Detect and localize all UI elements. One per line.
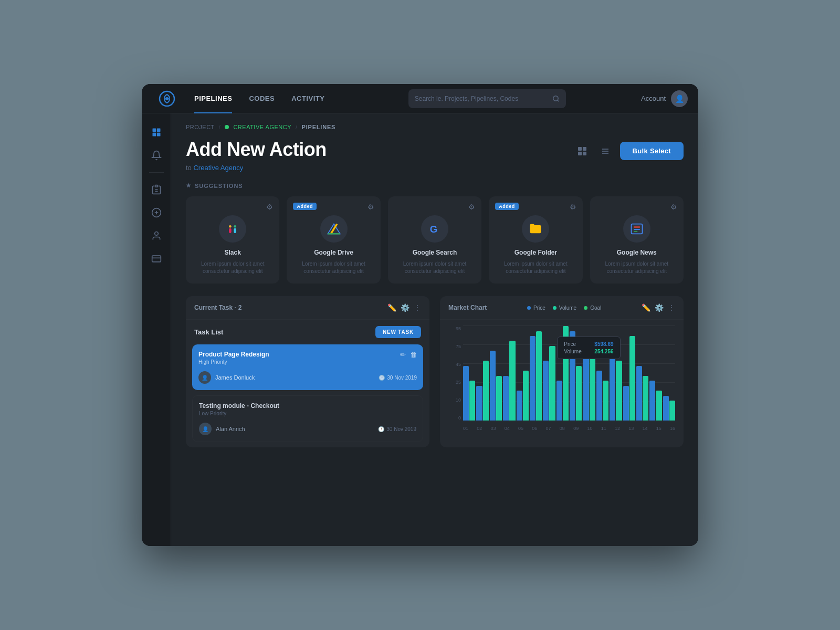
bar-group-0	[463, 326, 475, 421]
bar-price-14	[649, 381, 655, 421]
task-item-task-1[interactable]: Product Page Redesign High Priority ✏🗑 👤…	[192, 344, 423, 390]
bar-volume-10	[603, 381, 608, 421]
task-more-icon[interactable]: ⋮	[414, 303, 421, 312]
x-axis-label: 15	[656, 426, 662, 431]
sidebar-item-card[interactable]	[146, 248, 167, 269]
grid-view-btn[interactable]	[574, 143, 591, 160]
chart-x-axis: 01020304050607080910111213141516	[463, 426, 675, 431]
sidebar-item-clipboard[interactable]	[146, 179, 167, 200]
breadcrumb-sep2: /	[296, 124, 298, 130]
card-name-google-search: Google Search	[396, 249, 473, 256]
card-icon-google-search: G	[421, 215, 448, 243]
action-card-google-search[interactable]: ⚙ G Google Search Lorem ipsum dolor sit …	[388, 196, 481, 284]
account-area[interactable]: Account 👤	[641, 90, 688, 107]
task-settings-icon[interactable]: ⚙️	[401, 303, 410, 312]
user-avatar-task-2: 👤	[199, 423, 212, 435]
bar-group-6	[543, 326, 555, 421]
page-title: Add New Action	[186, 139, 327, 161]
card-badge-google-folder: Added	[495, 203, 519, 210]
chart-more-icon[interactable]: ⋮	[668, 303, 675, 312]
bar-group-3	[503, 326, 515, 421]
task-item-task-2[interactable]: Testing module - Checkout Low Priority 👤…	[192, 395, 423, 442]
task-footer-task-2: 👤 Alan Anrich 🕐 30 Nov 2019	[193, 419, 423, 442]
card-badge-google-drive: Added	[293, 203, 317, 210]
sidebar-item-notifications[interactable]	[146, 145, 167, 166]
bar-volume-8	[576, 366, 582, 421]
legend-price: Price	[527, 305, 545, 311]
action-card-google-news[interactable]: ⚙ Google News Lorem ipsum dolor sit amet…	[590, 196, 684, 284]
chart-settings-icon[interactable]: ⚙️	[655, 303, 664, 312]
sidebar-item-user[interactable]	[146, 225, 167, 246]
bulk-select-button[interactable]: Bulk Select	[620, 142, 684, 160]
new-task-button[interactable]: NEW TASK	[375, 326, 421, 338]
card-gear-google-search[interactable]: ⚙	[468, 203, 475, 211]
x-axis-label: 16	[670, 426, 675, 431]
legend-volume: Volume	[553, 305, 576, 311]
task-user-task-1: 👤 James Donluck	[198, 371, 255, 384]
user-name-task-1: James Donluck	[215, 374, 255, 381]
search-icon	[552, 95, 560, 102]
bar-volume-2	[496, 376, 502, 421]
svg-rect-14	[583, 152, 586, 155]
agency-link[interactable]: Creative Agency	[193, 164, 243, 172]
bar-volume-6	[549, 346, 555, 421]
task-title-task-1: Product Page Redesign	[198, 351, 269, 358]
x-axis-label: 05	[518, 426, 523, 431]
nav-activity[interactable]: ACTIVITY	[283, 84, 333, 113]
x-axis-label: 01	[463, 426, 468, 431]
task-edit-icon[interactable]: ✏️	[387, 303, 396, 312]
legend-goal: Goal	[584, 305, 601, 311]
tooltip-volume-value: 254,256	[594, 349, 613, 354]
nav-codes[interactable]: CODES	[240, 84, 283, 113]
y-axis-label: 75	[448, 344, 461, 349]
card-desc-google-news: Lorem ipsum dolor sit amet consectetur a…	[598, 260, 675, 275]
task-edit-btn-task-1[interactable]: ✏	[400, 351, 406, 359]
task-date-task-1: 🕐 30 Nov 2019	[379, 375, 417, 381]
card-desc-google-drive: Lorem ipsum dolor sit amet consectetur a…	[295, 260, 372, 275]
nav-links: PIPELINES CODES ACTIVITY	[186, 84, 333, 113]
bar-price-7	[556, 381, 562, 421]
user-avatar-task-1: 👤	[198, 371, 211, 384]
bar-group-1	[476, 326, 488, 421]
task-actions-task-1: ✏🗑	[400, 351, 417, 359]
list-view-btn[interactable]	[597, 143, 614, 160]
action-card-google-folder[interactable]: Added ⚙ Google Folder Lorem ipsum dolor …	[489, 196, 582, 284]
bar-group-2	[490, 326, 502, 421]
task-panel-title: Current Task - 2	[194, 304, 242, 311]
action-card-google-drive[interactable]: Added ⚙ Google Drive Lorem ipsum dolor s…	[287, 196, 380, 284]
breadcrumb: PROJECT / CREATIVE AGENCY / PIPELINES	[186, 124, 684, 130]
task-delete-btn-task-1[interactable]: 🗑	[410, 351, 417, 359]
x-axis-label: 02	[477, 426, 482, 431]
svg-rect-5	[152, 133, 156, 136]
action-card-slack[interactable]: ⚙ Slack Lorem ipsum dolor sit amet conse…	[186, 196, 279, 284]
task-title-task-2: Testing module - Checkout	[199, 402, 279, 410]
card-gear-google-folder[interactable]: ⚙	[570, 203, 576, 211]
bottom-panels: Current Task - 2 ✏️ ⚙️ ⋮ Task List NEW T…	[186, 296, 684, 447]
nav-pipelines[interactable]: PIPELINES	[186, 84, 240, 113]
svg-rect-6	[156, 133, 160, 136]
sidebar-item-dashboard[interactable]	[146, 122, 167, 143]
header-actions: Bulk Select	[574, 142, 684, 160]
bar-group-12	[623, 326, 635, 421]
sidebar-item-puzzle[interactable]	[146, 202, 167, 223]
agency-dot	[225, 125, 229, 129]
logo-area[interactable]	[152, 90, 182, 107]
bar-price-13	[636, 366, 642, 421]
card-gear-slack[interactable]: ⚙	[266, 203, 273, 211]
search-input[interactable]	[415, 95, 548, 102]
task-panel-header: Current Task - 2 ✏️ ⚙️ ⋮	[186, 296, 429, 320]
chart-edit-icon[interactable]: ✏️	[642, 303, 650, 312]
bar-group-4	[517, 326, 529, 421]
card-gear-google-news[interactable]: ⚙	[670, 203, 677, 211]
x-axis-label: 08	[560, 426, 565, 431]
x-axis-label: 03	[491, 426, 496, 431]
card-desc-google-folder: Lorem ipsum dolor sit amet consectetur a…	[497, 260, 574, 275]
bar-volume-11	[616, 361, 622, 421]
breadcrumb-project: PROJECT	[186, 124, 215, 130]
x-axis-label: 07	[546, 426, 551, 431]
card-icon-slack	[219, 215, 246, 243]
svg-rect-18	[229, 228, 232, 233]
bar-price-6	[543, 361, 549, 421]
card-gear-google-drive[interactable]: ⚙	[368, 203, 374, 211]
task-panel-icons: ✏️ ⚙️ ⋮	[387, 303, 421, 312]
